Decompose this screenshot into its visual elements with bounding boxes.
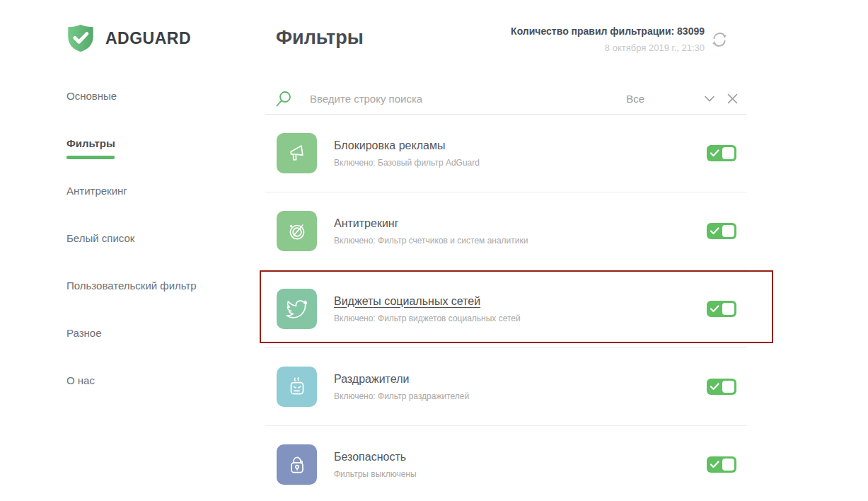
check-icon: [710, 226, 720, 236]
toggle-knob: [722, 303, 734, 315]
toggle-knob: [722, 459, 734, 471]
check-icon: [710, 148, 720, 159]
search-bar: Все: [265, 84, 747, 115]
filter-row-annoyances[interactable]: Раздражители Включено: Фильтр раздражите…: [265, 348, 747, 426]
toggle-knob: [722, 381, 734, 393]
check-icon: [710, 459, 720, 470]
toggle-knob: [722, 225, 734, 237]
filter-status: Включено: Фильтр счетчиков и систем анал…: [334, 236, 528, 246]
last-update-timestamp: 8 октября 2019 г., 21:30: [511, 42, 705, 53]
filter-title[interactable]: Антитрекинг: [334, 217, 528, 230]
toggle-knob: [722, 147, 734, 159]
search-scope-dropdown[interactable]: Все: [626, 93, 644, 105]
active-tab-underline: [66, 156, 115, 159]
search-input[interactable]: [308, 92, 626, 105]
sidebar-item-antitracking[interactable]: Антитрекинг: [66, 185, 197, 232]
filter-title[interactable]: Блокировка рекламы: [334, 139, 480, 152]
refresh-button[interactable]: [710, 29, 731, 50]
annoyed-face-icon: [277, 367, 317, 407]
check-icon: [710, 304, 720, 314]
close-icon: [727, 93, 739, 105]
sidebar-item-user-filter[interactable]: Пользовательский фильтр: [66, 280, 197, 327]
filter-row-ad-blocking[interactable]: Блокировка рекламы Включено: Базовый фил…: [265, 115, 747, 192]
adguard-shield-icon: [65, 23, 96, 53]
filter-row-security[interactable]: Безопасность Фильтры выключены: [265, 426, 747, 501]
filter-toggle-ad-blocking[interactable]: [707, 145, 736, 161]
sidebar-nav: Основные Фильтры Антитрекинг Белый списо…: [66, 90, 197, 422]
twitter-bird-icon: [277, 289, 317, 329]
chevron-down-icon[interactable]: [704, 95, 715, 103]
no-tracking-icon: [277, 211, 317, 251]
search-icon: [274, 90, 293, 108]
sidebar-item-general[interactable]: Основные: [66, 90, 197, 137]
filter-row-social-widgets[interactable]: Виджеты социальных сетей Включено: Фильт…: [265, 270, 747, 348]
filter-title[interactable]: Безопасность: [334, 451, 417, 463]
megaphone-icon: [277, 133, 317, 173]
filter-title[interactable]: Виджеты социальных сетей: [334, 295, 521, 308]
page-title: Фильтры: [276, 27, 364, 49]
clear-search-button[interactable]: [727, 93, 739, 105]
check-icon: [710, 381, 720, 392]
sidebar-item-filters[interactable]: Фильтры: [66, 137, 197, 185]
sidebar-item-about[interactable]: О нас: [66, 374, 197, 422]
rules-info: Количество правил фильтрации: 83099 8 ок…: [511, 25, 705, 53]
filter-status: Включено: Базовый фильтр AdGuard: [334, 158, 480, 168]
rules-count: Количество правил фильтрации: 83099: [511, 25, 705, 37]
sidebar-item-whitelist[interactable]: Белый список: [66, 232, 197, 280]
filter-toggle-security[interactable]: [707, 456, 736, 473]
padlock-icon: [277, 444, 317, 485]
brand-name: ADGUARD: [105, 29, 191, 48]
filter-toggle-annoyances[interactable]: [707, 379, 736, 395]
filter-status: Фильтры выключены: [334, 469, 417, 479]
filter-toggle-social-widgets[interactable]: [707, 301, 736, 317]
filter-toggle-antitracking[interactable]: [707, 223, 736, 239]
sidebar-item-misc[interactable]: Разное: [66, 327, 197, 374]
filter-title[interactable]: Раздражители: [334, 373, 469, 386]
adguard-logo[interactable]: ADGUARD: [65, 23, 191, 53]
filter-status: Включено: Фильтр раздражителей: [334, 391, 469, 401]
refresh-icon: [710, 30, 731, 50]
filter-row-antitracking[interactable]: Антитрекинг Включено: Фильтр счетчиков и…: [265, 192, 747, 270]
filter-status: Включено: Фильтр виджетов социальных сет…: [334, 313, 521, 323]
filters-panel: Все Блокировка рекламы: [265, 84, 747, 501]
